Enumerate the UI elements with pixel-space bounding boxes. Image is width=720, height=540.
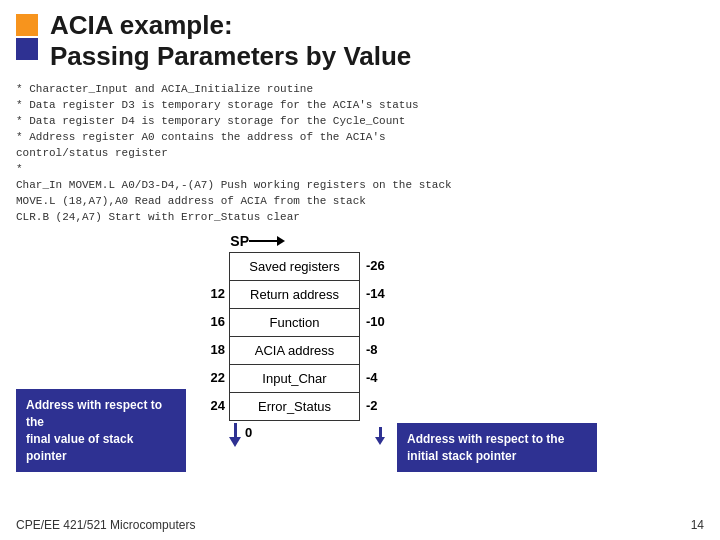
code-line-5: control/status register <box>16 146 704 162</box>
zero-label: 0 <box>245 425 252 440</box>
page-title: ACIA example: Passing Parameters by Valu… <box>50 10 411 72</box>
code-line-3: * Data register D4 is temporary storage … <box>16 114 704 130</box>
code-line-2: * Data register D3 is temporary storage … <box>16 98 704 114</box>
code-line-7: Char_In MOVEM.L A0/D3-D4,-(A7) Push work… <box>16 178 704 194</box>
offset-18: 18 <box>211 336 225 364</box>
row-label-errorstatus: Error_Status <box>230 392 360 420</box>
code-line-4: * Address register A0 contains the addre… <box>16 130 704 146</box>
sp-label: SP <box>221 233 249 249</box>
code-line-1: * Character_Input and ACIA_Initialize ro… <box>16 82 704 98</box>
row-label-return: Return address <box>230 280 360 308</box>
row-label-saved: Saved registers <box>230 252 360 280</box>
right-arrow-line <box>379 427 382 437</box>
table-row: Return address <box>230 280 360 308</box>
logo-blue-square <box>16 38 38 60</box>
offset-12: 12 <box>211 280 225 308</box>
table-row: Error_Status <box>230 392 360 420</box>
svg-marker-1 <box>277 236 285 246</box>
table-row: Function <box>230 308 360 336</box>
sp-arrow-icon <box>249 232 285 250</box>
right-val-3: -8 <box>366 336 385 364</box>
code-line-9: CLR.B (24,A7) Start with Error_Status cl… <box>16 210 704 226</box>
right-annotation-box: Address with respect to the initial stac… <box>397 423 597 473</box>
right-val-4: -4 <box>366 364 385 392</box>
footer-left: CPE/EE 421/521 Microcomputers <box>16 518 195 532</box>
table-row: Saved registers <box>230 252 360 280</box>
table-row: ACIA address <box>230 336 360 364</box>
row-label-acia: ACIA address <box>230 336 360 364</box>
code-line-6: * <box>16 162 704 178</box>
stack-table: Saved registers Return address Function … <box>229 252 360 421</box>
table-row: Input_Char <box>230 364 360 392</box>
offset-22: 22 <box>211 364 225 392</box>
right-val-2: -10 <box>366 308 385 336</box>
right-val-0: -26 <box>366 252 385 280</box>
logo <box>16 14 38 60</box>
zero-arrow-line <box>234 423 237 437</box>
offset-16: 16 <box>211 308 225 336</box>
row-label-inputchar: Input_Char <box>230 364 360 392</box>
row-label-function: Function <box>230 308 360 336</box>
left-annotation-box: Address with respect to the final value … <box>16 389 186 472</box>
logo-orange-square <box>16 14 38 36</box>
zero-arrow-head <box>229 437 241 447</box>
title-block: ACIA example: Passing Parameters by Valu… <box>50 10 411 72</box>
right-arrow-head <box>375 437 385 445</box>
code-line-8: MOVE.L (18,A7),A0 Read address of ACIA f… <box>16 194 704 210</box>
right-val-1: -14 <box>366 280 385 308</box>
footer-right: 14 <box>691 518 704 532</box>
offset-24: 24 <box>211 392 225 420</box>
right-val-5: -2 <box>366 392 385 420</box>
footer: CPE/EE 421/521 Microcomputers 14 <box>0 518 720 532</box>
header: ACIA example: Passing Parameters by Valu… <box>0 0 720 78</box>
code-section: * Character_Input and ACIA_Initialize ro… <box>0 78 720 227</box>
